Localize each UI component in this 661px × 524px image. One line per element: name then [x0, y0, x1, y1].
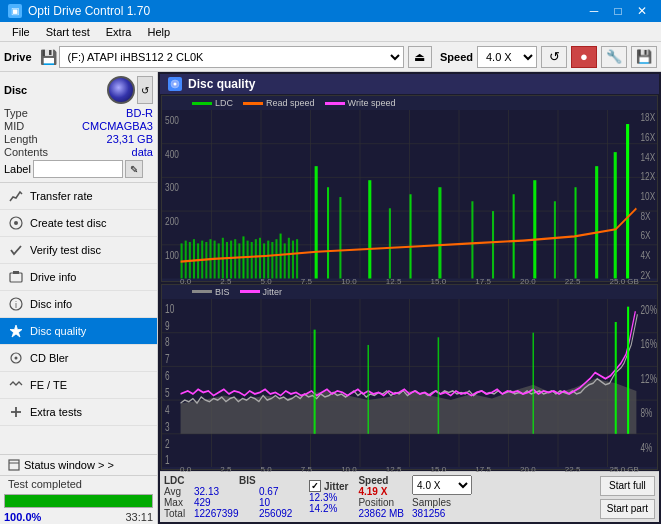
speed-label: Speed [440, 51, 473, 63]
top-chart-legend: LDC Read speed Write speed [162, 96, 657, 110]
svg-rect-3 [13, 271, 19, 274]
svg-rect-35 [185, 241, 187, 279]
svg-text:16X: 16X [641, 131, 656, 144]
svg-rect-51 [251, 242, 253, 279]
svg-text:5: 5 [165, 386, 170, 399]
bottom-chart: BIS Jitter [161, 284, 658, 471]
settings-button[interactable]: ● [571, 46, 597, 68]
svg-rect-2 [10, 273, 22, 282]
svg-point-14 [174, 83, 177, 86]
svg-text:12X: 12X [641, 170, 656, 183]
disc-panel: Disc ↺ Type BD-R MID CMCMAGBA3 Length 23… [0, 72, 157, 183]
bottom-chart-svg: 10 9 8 7 6 5 4 3 2 1 [162, 299, 657, 468]
nav-create-test-disc-label: Create test disc [30, 217, 106, 229]
nav-fe-te[interactable]: FE / TE [0, 372, 157, 399]
mid-label: MID [4, 120, 24, 132]
bis-color [192, 290, 212, 293]
menu-start-test[interactable]: Start test [38, 24, 98, 40]
max-row-label: Max [164, 497, 174, 508]
stats-max-row: Max 429 10 [164, 497, 299, 508]
nav-drive-info[interactable]: Drive info [0, 264, 157, 291]
nav-create-test-disc[interactable]: Create test disc [0, 210, 157, 237]
start-part-button[interactable]: Start part [600, 499, 655, 519]
close-button[interactable]: ✕ [631, 0, 653, 22]
write-speed-label: Write speed [348, 98, 396, 108]
disc-info-icon: i [8, 296, 24, 312]
menu-file[interactable]: File [4, 24, 38, 40]
app-icon: ▣ [8, 4, 22, 18]
nav-extra-tests[interactable]: Extra tests [0, 399, 157, 426]
bottom-chart-legend: BIS Jitter [162, 285, 657, 299]
position-value: 23862 MB [358, 508, 404, 519]
menu-extra[interactable]: Extra [98, 24, 140, 40]
svg-text:18X: 18X [641, 111, 656, 124]
jitter-checkbox[interactable]: ✓ [309, 480, 321, 492]
write-speed-legend: Write speed [325, 98, 396, 108]
svg-rect-75 [575, 187, 577, 278]
type-label: Type [4, 107, 28, 119]
disc-header: Disc ↺ [4, 76, 153, 104]
stats-bar: LDC BIS Avg 32.13 0.67 Max 429 10 Total … [160, 471, 659, 522]
menu-bar: File Start test Extra Help [0, 22, 661, 42]
svg-rect-48 [238, 243, 240, 278]
svg-marker-6 [10, 325, 22, 337]
svg-rect-37 [193, 239, 195, 278]
nav-disc-info[interactable]: i Disc info [0, 291, 157, 318]
bis-avg: 0.67 [259, 486, 299, 497]
save-button[interactable]: 💾 [631, 46, 657, 68]
svg-rect-43 [218, 243, 220, 278]
svg-text:200: 200 [165, 215, 179, 228]
ldc-total: 12267399 [194, 508, 239, 519]
jitter-label: Jitter [263, 287, 283, 297]
ldc-avg: 32.13 [194, 486, 239, 497]
bx-label-175: 17.5 [475, 465, 491, 474]
nav-transfer-rate[interactable]: Transfer rate [0, 183, 157, 210]
start-full-button[interactable]: Start full [600, 476, 655, 496]
status-window-icon [8, 459, 20, 471]
position-text: Position [358, 497, 394, 508]
label-edit-button[interactable]: ✎ [125, 160, 143, 178]
bis-label: BIS [215, 287, 230, 297]
label-input[interactable] [33, 160, 123, 178]
svg-rect-45 [226, 242, 228, 279]
svg-text:i: i [15, 300, 17, 310]
nav-cd-bler[interactable]: CD Bler [0, 345, 157, 372]
svg-text:1: 1 [165, 453, 170, 466]
speed-setting-select[interactable]: 4.0 X [412, 475, 472, 495]
speed-select[interactable]: 4.0 X [477, 46, 537, 68]
speed-stat-value: 4.19 X [358, 486, 404, 497]
svg-rect-66 [368, 180, 371, 278]
tools-button[interactable]: 🔧 [601, 46, 627, 68]
write-speed-color [325, 102, 345, 105]
title-bar: ▣ Opti Drive Control 1.70 ─ □ ✕ [0, 0, 661, 22]
svg-rect-60 [288, 238, 290, 279]
ldc-color [192, 102, 212, 105]
maximize-button[interactable]: □ [607, 0, 629, 22]
speed-setting-area: 4.0 X Samples 381256 [412, 475, 472, 519]
disc-refresh-button[interactable]: ↺ [137, 76, 153, 104]
svg-rect-50 [247, 241, 249, 279]
status-window-button[interactable]: Status window > > [0, 455, 157, 476]
minimize-button[interactable]: ─ [583, 0, 605, 22]
position-display: 23862 MB [358, 508, 404, 519]
status-message: Test completed [0, 476, 157, 492]
bis-total: 256092 [259, 508, 299, 519]
bis-legend: BIS [192, 287, 230, 297]
disc-quality-icon [8, 323, 24, 339]
svg-text:14X: 14X [641, 150, 656, 163]
bx-label-5: 5.0 [261, 465, 272, 474]
nav-verify-test-disc[interactable]: Verify test disc [0, 237, 157, 264]
svg-text:3: 3 [165, 420, 170, 433]
samples-label: Samples [412, 497, 472, 508]
drive-select[interactable]: (F:) ATAPI iHBS112 2 CL0K [59, 46, 404, 68]
label-label: Label [4, 163, 31, 175]
eject-button[interactable]: ⏏ [408, 46, 432, 68]
svg-rect-71 [492, 211, 494, 278]
speed-stats: Speed 4.19 X Position 23862 MB [358, 475, 404, 519]
nav-disc-quality[interactable]: Disc quality [0, 318, 157, 345]
position-label: Position [358, 497, 404, 508]
ldc-legend: LDC [192, 98, 233, 108]
menu-help[interactable]: Help [139, 24, 178, 40]
title-bar-left: ▣ Opti Drive Control 1.70 [8, 4, 150, 18]
refresh-button[interactable]: ↺ [541, 46, 567, 68]
